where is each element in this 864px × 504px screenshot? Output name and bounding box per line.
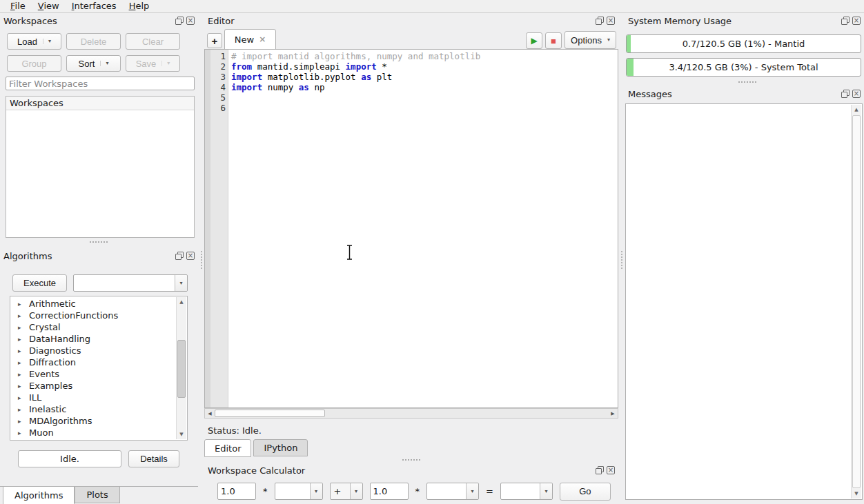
code-editor[interactable]: 123456 # import mantid algorithms, numpy…	[204, 49, 618, 408]
left-dock-tabbar: Algorithms Plots	[0, 486, 198, 504]
algorithm-category-examples[interactable]: ▸Examples	[10, 380, 176, 392]
lhs-workspace-combobox[interactable]: ▾	[275, 483, 323, 500]
rhs-scale-input[interactable]	[370, 483, 409, 500]
run-script-button[interactable]: ▶	[526, 32, 542, 49]
expand-arrow-icon[interactable]: ▸	[18, 418, 23, 425]
code-line-6	[231, 103, 618, 113]
close-panel-icon[interactable]: ×	[607, 466, 615, 474]
tab-ipython[interactable]: IPython	[253, 439, 308, 456]
close-panel-icon[interactable]: ×	[852, 17, 861, 25]
algorithm-category-arithmetic[interactable]: ▸Arithmetic	[10, 298, 176, 310]
combo-dropdown-button[interactable]: ▾	[175, 275, 187, 291]
details-button[interactable]: Details	[128, 450, 179, 467]
options-button[interactable]: Options ▾	[564, 31, 616, 49]
float-panel-icon[interactable]	[596, 466, 604, 474]
algorithm-progress-row: Idle. Details	[18, 450, 179, 467]
expand-arrow-icon[interactable]: ▸	[18, 347, 23, 354]
new-tab-button[interactable]: +	[207, 33, 222, 48]
algorithm-tree[interactable]: ▸Arithmetic▸CorrectionFunctions▸Crystal▸…	[10, 296, 188, 441]
load-button[interactable]: Load ▾	[7, 33, 61, 50]
menu-view[interactable]: View	[32, 0, 66, 12]
group-button[interactable]: Group	[7, 55, 61, 72]
scroll-down-icon[interactable]: ▼	[177, 430, 186, 439]
clear-button[interactable]: Clear	[126, 33, 180, 50]
float-panel-icon[interactable]	[841, 17, 850, 25]
scroll-right-icon[interactable]: ▶	[608, 409, 618, 418]
line-number-gutter: 123456	[210, 50, 228, 407]
go-button[interactable]: Go	[560, 483, 611, 501]
workspaces-list[interactable]: Workspaces	[6, 96, 195, 238]
combo-dropdown-button[interactable]: ▾	[310, 483, 322, 499]
expand-arrow-icon[interactable]: ▸	[18, 430, 23, 436]
memory-bar-label: 0.7/120.5 GB (1%) - Mantid	[627, 35, 861, 52]
expand-arrow-icon[interactable]: ▸	[18, 371, 23, 378]
close-panel-icon[interactable]: ×	[607, 17, 615, 25]
editor-dock: Editor × + New × ▶ ■ Options ▾ 123456 # …	[204, 13, 618, 504]
expand-arrow-icon[interactable]: ▸	[18, 301, 23, 308]
menu-help[interactable]: Help	[123, 0, 156, 12]
algorithm-category-correctionfunctions[interactable]: ▸CorrectionFunctions	[10, 310, 176, 321]
operation-combobox[interactable]: + ▾	[330, 483, 363, 500]
code-text[interactable]: # import mantid algorithms, numpy and ma…	[228, 50, 618, 407]
filter-workspaces-input[interactable]	[6, 77, 195, 90]
rhs-workspace-combobox[interactable]: ▾	[426, 483, 479, 500]
editor-horizontal-scrollbar[interactable]: ◀ ▶	[204, 408, 618, 419]
delete-button[interactable]: Delete	[66, 33, 121, 50]
splitter-handle[interactable]	[738, 81, 756, 83]
vertical-splitter[interactable]	[198, 13, 204, 504]
messages-log-area[interactable]: ▲ ▼	[625, 103, 863, 500]
algorithm-category-ill[interactable]: ▸ILL	[10, 392, 176, 403]
sort-button[interactable]: Sort ▾	[66, 55, 121, 72]
editor-file-tab[interactable]: New ×	[224, 29, 276, 50]
close-panel-icon[interactable]: ×	[186, 252, 195, 260]
expand-arrow-icon[interactable]: ▸	[18, 383, 23, 390]
scrollbar-thumb[interactable]	[177, 340, 186, 398]
algorithm-search-combobox[interactable]: ▾	[73, 274, 188, 292]
tab-plots[interactable]: Plots	[75, 487, 119, 503]
algorithm-category-diffraction[interactable]: ▸Diffraction	[10, 356, 176, 368]
output-workspace-combobox[interactable]: ▾	[500, 483, 553, 500]
menu-file[interactable]: File	[4, 0, 32, 12]
scroll-down-icon[interactable]: ▼	[852, 489, 861, 498]
algorithm-category-diagnostics[interactable]: ▸Diagnostics	[10, 345, 176, 356]
combo-dropdown-button[interactable]: ▾	[466, 483, 478, 499]
menu-interfaces[interactable]: Interfaces	[66, 0, 123, 12]
scrollbar-thumb[interactable]	[215, 410, 325, 417]
float-panel-icon[interactable]	[175, 17, 184, 25]
expand-arrow-icon[interactable]: ▸	[18, 336, 23, 343]
algorithm-category-datahandling[interactable]: ▸DataHandling	[10, 333, 176, 345]
scroll-up-icon[interactable]: ▲	[852, 105, 861, 114]
combo-dropdown-button[interactable]: ▾	[350, 483, 362, 499]
abort-script-button[interactable]: ■	[545, 32, 562, 49]
algorithm-category-mdalgorithms[interactable]: ▸MDAlgorithms	[10, 415, 176, 427]
algorithm-category-events[interactable]: ▸Events	[10, 368, 176, 380]
splitter-handle[interactable]	[402, 459, 420, 461]
float-panel-icon[interactable]	[596, 17, 604, 25]
algorithm-category-crystal[interactable]: ▸Crystal	[10, 321, 176, 333]
combo-dropdown-button[interactable]: ▾	[540, 483, 552, 499]
tab-editor[interactable]: Editor	[204, 439, 251, 457]
expand-arrow-icon[interactable]: ▸	[18, 324, 23, 331]
expand-arrow-icon[interactable]: ▸	[18, 394, 23, 401]
execute-button[interactable]: Execute	[12, 274, 67, 292]
scroll-left-icon[interactable]: ◀	[205, 409, 215, 418]
scroll-up-icon[interactable]: ▲	[177, 297, 186, 307]
splitter-handle[interactable]	[90, 241, 108, 243]
close-tab-icon[interactable]: ×	[259, 34, 266, 44]
expand-arrow-icon[interactable]: ▸	[18, 406, 23, 413]
algorithm-category-inelastic[interactable]: ▸Inelastic	[10, 403, 176, 415]
float-panel-icon[interactable]	[175, 252, 184, 260]
scrollbar-thumb[interactable]	[852, 115, 861, 488]
algorithm-category-muon[interactable]: ▸Muon	[10, 427, 176, 439]
messages-scrollbar[interactable]: ▲ ▼	[851, 105, 861, 498]
expand-arrow-icon[interactable]: ▸	[18, 359, 23, 366]
algorithm-tree-scrollbar[interactable]: ▲ ▼	[176, 297, 186, 439]
lhs-scale-input[interactable]	[217, 483, 256, 500]
expand-arrow-icon[interactable]: ▸	[18, 312, 23, 319]
close-panel-icon[interactable]: ×	[852, 90, 861, 98]
vertical-splitter[interactable]	[618, 13, 625, 504]
tab-algorithms[interactable]: Algorithms	[3, 487, 75, 504]
save-button[interactable]: Save ▾	[126, 55, 180, 72]
float-panel-icon[interactable]	[841, 90, 850, 98]
close-panel-icon[interactable]: ×	[186, 17, 195, 25]
